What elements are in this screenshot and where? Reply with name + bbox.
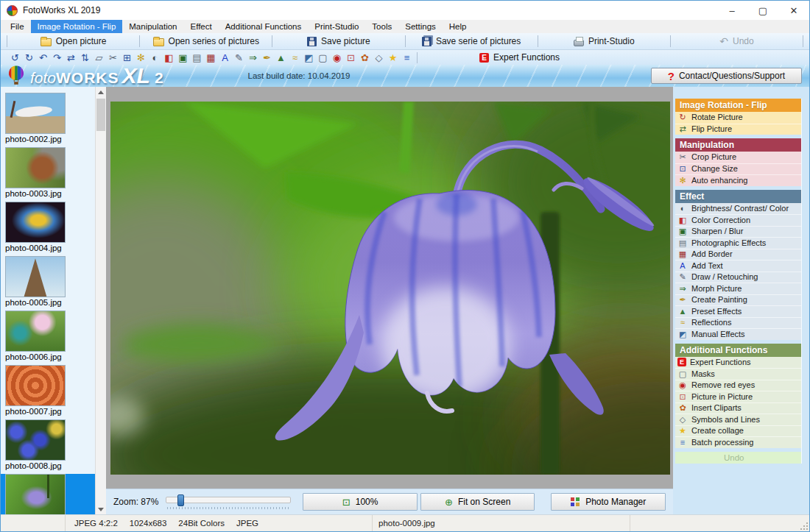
zoom-slider-thumb[interactable] — [177, 494, 184, 506]
symbols-lines-icon[interactable]: ◇ — [372, 51, 386, 65]
thumbnail-photo-0005-jpg[interactable]: photo-0005.jpg — [1, 256, 95, 311]
save-picture-button[interactable]: Save picture — [274, 33, 403, 49]
minimize-button[interactable]: – — [716, 1, 747, 20]
100-button[interactable]: ⊡100% — [303, 493, 418, 511]
sidebar-item-change-size[interactable]: ⊡Change Size — [675, 163, 801, 175]
sidebar-item-brightness-contrast-color[interactable]: ◐Brightness/ Contrast/ Color — [675, 203, 801, 215]
preset-effects-icon[interactable]: ▲ — [274, 51, 288, 65]
sidebar-item-auto-enhancing[interactable]: ✻Auto enhancing — [675, 174, 801, 186]
section-body-image-rotation-flip: ↻Rotate Picture⇄Flip Picture — [675, 112, 801, 135]
change-size-icon[interactable]: ⊞ — [120, 51, 134, 65]
flip-vertical-icon[interactable]: ⇅ — [78, 51, 92, 65]
menu-item-help[interactable]: Help — [443, 20, 473, 33]
sidebar-item-crop-picture[interactable]: ✂Crop Picture — [675, 152, 801, 163]
sidebar-item-photographic-effects[interactable]: ▤Photographic Effects — [675, 237, 801, 249]
remove-red-eyes-icon[interactable]: ◉ — [330, 51, 344, 65]
rotate-ccw-circle-icon[interactable]: ↶ — [36, 51, 50, 65]
rotate-180-icon[interactable]: ⇄ — [64, 51, 78, 65]
open-picture-button[interactable]: Open picture — [9, 33, 138, 49]
sidebar-item-preset-effects[interactable]: ▲Preset Effects — [675, 305, 801, 317]
sidebar-item-insert-cliparts[interactable]: ✿Insert Cliparts — [675, 402, 801, 414]
rotate-cw-circle-icon[interactable]: ↷ — [50, 51, 64, 65]
thumbnail-photo-0007-jpg[interactable]: photo-0007.jpg — [1, 365, 95, 419]
zoom-slider[interactable] — [166, 494, 291, 509]
sidebar-item-create-painting[interactable]: ✒Create Painting — [675, 294, 801, 306]
menu-item-additional-functions[interactable]: Additional Functions — [219, 20, 309, 33]
sidebar-item-masks[interactable]: ▢Masks — [675, 368, 801, 380]
menu-item-tools[interactable]: Tools — [365, 20, 398, 33]
resize-grip[interactable] — [800, 522, 808, 530]
open-series-of-pictures-button[interactable]: Open series of pictures — [141, 33, 270, 49]
sidebar-item-flip-picture[interactable]: ⇄Flip Picture — [675, 124, 801, 135]
picture-in-picture-icon: ⊡ — [677, 391, 688, 403]
function-panel: Image Rotation - Flip↻Rotate Picture⇄Fli… — [673, 87, 809, 514]
photo-canvas-image[interactable] — [110, 102, 670, 475]
maximize-button[interactable]: ▢ — [747, 1, 778, 20]
toolbar-separator — [803, 35, 803, 47]
thumbnail-photo-0002-jpg[interactable]: photo-0002.jpg — [1, 93, 95, 147]
sidebar-item-expert-functions[interactable]: EExpert Functions — [675, 357, 801, 369]
add-border-icon[interactable]: ▦ — [204, 51, 218, 65]
menu-item-settings[interactable]: Settings — [398, 20, 443, 33]
sidebar-item-morph-picture[interactable]: ⇒Morph Picture — [675, 283, 801, 294]
menu-item-print-studio[interactable]: Print-Studio — [308, 20, 365, 33]
sidebar-item-reflections[interactable]: ≈Reflections — [675, 317, 801, 329]
sidebar-item-batch-processing[interactable]: ≡Batch processing — [675, 436, 801, 448]
menu-item-manipulation[interactable]: Manipulation — [122, 20, 183, 33]
auto-enhance-icon[interactable]: ✻ — [134, 51, 148, 65]
batch-processing-icon[interactable]: ≡ — [400, 51, 414, 65]
thumbnail-photo-0004-jpg[interactable]: photo-0004.jpg — [1, 202, 95, 256]
rotate-left-icon[interactable]: ↺ — [8, 51, 22, 65]
fit-on-screen-button[interactable]: ⊕Fit on Screen — [420, 493, 535, 511]
thumbnail-photo-0009-jpg[interactable]: photo-0009.jpg — [1, 474, 95, 514]
reflections-icon[interactable]: ≈ — [288, 51, 302, 65]
sidebar-item-color-correction[interactable]: ◧Color Correction — [675, 214, 801, 226]
sharpen-blur-icon[interactable]: ▣ — [176, 51, 190, 65]
expert-functions-button[interactable]: EExpert Functions — [479, 52, 560, 63]
sidebar-item-sharpen-blur[interactable]: ▣Sharpen / Blur — [675, 226, 801, 238]
color-correction-icon[interactable]: ◧ — [162, 51, 176, 65]
sidebar-item-create-collage[interactable]: ★Create collage — [675, 425, 801, 437]
scroll-up-button[interactable] — [96, 87, 106, 97]
sidebar-item-draw-retouching[interactable]: ✎Draw / Retouching — [675, 272, 801, 283]
insert-cliparts-icon[interactable]: ✿ — [358, 51, 372, 65]
menu-item-effect[interactable]: Effect — [184, 20, 219, 33]
photo-manager-button[interactable]: Photo Manager — [551, 493, 666, 511]
thumbnail-photo-0003-jpg[interactable]: photo-0003.jpg — [1, 147, 95, 202]
sidebar-item-picture-in-picture[interactable]: ⊡Picture in Picture — [675, 391, 801, 402]
zoom-slider-groove[interactable] — [166, 497, 291, 503]
morph-picture-icon[interactable]: ⇒ — [246, 51, 260, 65]
sidebar-item-remove-red-eyes[interactable]: ◉Remove red eyes — [675, 380, 801, 391]
manual-effects-icon[interactable]: ◩ — [302, 51, 316, 65]
draw-retouching-icon[interactable]: ✎ — [232, 51, 246, 65]
create-collage-icon[interactable]: ★ — [386, 51, 400, 65]
app-wordmark: fotoWORKSXL2 — [30, 65, 163, 87]
support-button[interactable]: ? Contact/Questions/Support — [651, 68, 802, 84]
scroll-down-button[interactable] — [96, 504, 106, 514]
masks-icon[interactable]: ▢ — [316, 51, 330, 65]
sidebar-item-symbols-and-lines[interactable]: ◇Symbols and Lines — [675, 414, 801, 425]
brightness-contrast-icon[interactable]: ◐ — [148, 51, 162, 65]
create-painting-icon[interactable]: ✒ — [260, 51, 274, 65]
sidebar-item-label: Reflections — [691, 317, 731, 329]
print-studio-button[interactable]: Print-Studio — [540, 33, 669, 49]
sidebar-item-add-border[interactable]: ▦Add Border — [675, 249, 801, 260]
perspective-icon[interactable]: ▱ — [92, 51, 106, 65]
menu-item-image-rotation-flip[interactable]: Image Rotation - Flip — [31, 20, 123, 33]
menu-item-file[interactable]: File — [4, 20, 31, 33]
crop-icon[interactable]: ✂ — [106, 51, 120, 65]
picture-in-picture-icon[interactable]: ⊡ — [344, 51, 358, 65]
add-text-icon[interactable]: A — [218, 51, 232, 65]
rotate-right-icon[interactable]: ↻ — [22, 51, 36, 65]
thumbnail-scrollbar[interactable] — [95, 87, 106, 514]
sidebar-item-add-text[interactable]: AAdd Text — [675, 260, 801, 272]
sidebar-item-manual-effects[interactable]: ◩Manual Effects — [675, 328, 801, 340]
zoom-level-label: Zoom: 87% — [113, 497, 158, 507]
thumbnail-photo-0006-jpg[interactable]: photo-0006.jpg — [1, 311, 95, 365]
thumbnail-photo-0008-jpg[interactable]: photo-0008.jpg — [1, 419, 95, 474]
photographic-effects-icon[interactable]: ▤ — [190, 51, 204, 65]
save-serie-of-pictures-button[interactable]: Save serie of pictures — [407, 33, 536, 49]
scrollbar-thumb[interactable] — [96, 99, 105, 131]
sidebar-item-rotate-picture[interactable]: ↻Rotate Picture — [675, 112, 801, 124]
close-button[interactable]: ✕ — [778, 1, 809, 20]
